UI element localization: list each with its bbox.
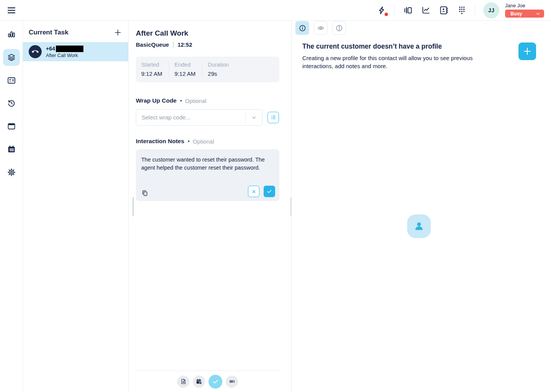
bar-chart-icon	[7, 30, 16, 39]
task-list-item[interactable]: +64 After Call Work	[23, 42, 128, 61]
tab-split-view[interactable]	[332, 21, 346, 35]
call-summary-card: Started 9:12 AM Ended 9:12 AM Duration 2…	[136, 57, 279, 82]
notes-optional-label: Optional	[193, 138, 214, 145]
after-call-work-panel: After Call Work BasicQueue | 12:52 Start…	[129, 21, 292, 392]
contact-card-icon	[7, 76, 16, 85]
check-icon	[266, 188, 272, 194]
document-icon	[180, 378, 187, 385]
schedule-callback-button[interactable]	[193, 376, 205, 388]
sidebar-item-settings[interactable]	[3, 164, 20, 181]
create-profile-button[interactable]	[518, 42, 536, 60]
side-panels-button[interactable]	[403, 5, 413, 15]
view-transcript-button[interactable]	[177, 376, 189, 388]
gear-icon	[7, 168, 16, 177]
queue-timer-divider: |	[173, 41, 174, 48]
profile-tabs	[295, 21, 551, 35]
stat-value: 9:12 AM	[141, 70, 162, 77]
layers-icon	[7, 53, 16, 62]
plus-icon	[522, 46, 532, 56]
plus-icon	[114, 28, 122, 37]
reject-notes-button[interactable]	[248, 186, 259, 197]
complete-task-button[interactable]	[209, 375, 222, 389]
no-profile-heading: The current customer doesn’t have a prof…	[302, 42, 483, 51]
sidebar-item-calendar[interactable]	[3, 141, 20, 158]
stat-value: 29s	[208, 70, 229, 77]
task-status-label: After Call Work	[46, 53, 83, 58]
metrics-button[interactable]	[421, 5, 431, 15]
stat-label: Ended	[174, 62, 196, 68]
acw-title: After Call Work	[136, 29, 279, 38]
status-dropdown[interactable]: Busy	[505, 10, 544, 18]
chevron-down-icon	[535, 11, 541, 16]
top-bar: JJ Jane Joe Busy	[0, 0, 551, 21]
stat-ended: Ended 9:12 AM	[169, 62, 202, 77]
wrap-up-code-label: Wrap Up Code	[136, 97, 177, 104]
wrap-code-placeholder: Select wrap code...	[142, 114, 191, 121]
tab-preview[interactable]	[314, 21, 328, 35]
wrap-code-select[interactable]: Select wrap code...	[136, 109, 262, 126]
panel-resize-handle[interactable]	[132, 197, 134, 216]
profile-placeholder	[407, 214, 431, 238]
side-panels-icon	[403, 5, 413, 15]
split-circle-icon	[335, 24, 343, 32]
sidebar-item-browser[interactable]	[3, 118, 20, 135]
line-chart-icon	[421, 5, 431, 15]
acw-timer: 12:52	[178, 41, 192, 48]
queue-name: BasicQueue	[136, 41, 169, 48]
stat-started: Started 9:12 AM	[136, 62, 169, 77]
chevron-down-icon	[251, 114, 258, 121]
stat-label: Duration	[208, 62, 229, 68]
task-avatar	[29, 45, 42, 58]
directory-button[interactable]	[439, 5, 449, 15]
quick-connects-button[interactable]	[377, 5, 386, 15]
avatar-initials: JJ	[488, 7, 495, 13]
status-label: Busy	[510, 11, 522, 16]
bullet-dot	[180, 100, 182, 101]
calendar-clock-icon	[196, 378, 202, 385]
person-icon	[412, 220, 425, 233]
interaction-notes-text: The customer wanted to reset their passw…	[141, 156, 274, 172]
accept-notes-button[interactable]	[264, 186, 275, 197]
copy-notes-button[interactable]	[141, 189, 148, 197]
wrap-code-list-button[interactable]	[267, 112, 279, 123]
topbar-divider	[395, 5, 395, 15]
tab-info[interactable]	[295, 21, 309, 35]
eye-icon	[317, 24, 325, 32]
sidebar-item-history[interactable]	[3, 95, 20, 112]
task-panel-title: Current Task	[29, 29, 68, 36]
browser-window-icon	[7, 122, 16, 131]
skip-icon	[229, 378, 235, 385]
stat-label: Started	[141, 62, 162, 68]
notification-dot	[385, 13, 388, 16]
address-book-icon	[439, 5, 449, 15]
history-icon	[7, 99, 16, 108]
sidebar-item-stats[interactable]	[3, 26, 20, 43]
hamburger-menu-button[interactable]	[6, 5, 17, 16]
wrap-up-optional-label: Optional	[185, 98, 207, 104]
dialpad-icon	[457, 5, 467, 15]
skip-button[interactable]	[226, 376, 238, 388]
info-icon	[298, 24, 306, 32]
stat-value: 9:12 AM	[174, 70, 196, 77]
bullet-dot	[188, 140, 189, 142]
no-profile-description: Creating a new profile for this contact …	[302, 54, 483, 70]
current-task-panel: Current Task +64 After Call Work	[23, 21, 129, 392]
hamburger-menu-icon	[6, 5, 17, 16]
interaction-notes-field[interactable]: The customer wanted to reset their passw…	[136, 149, 279, 201]
add-task-button[interactable]	[114, 28, 122, 37]
redacted-phone-number	[56, 46, 83, 52]
customer-profile-panel: The current customer doesn’t have a prof…	[292, 21, 551, 392]
sidebar-item-contacts[interactable]	[3, 72, 20, 89]
stat-duration: Duration 29s	[202, 62, 235, 77]
sidebar-item-tasks[interactable]	[3, 49, 20, 66]
acw-action-bar	[136, 371, 279, 392]
avatar: JJ	[483, 2, 499, 18]
dialpad-button[interactable]	[457, 5, 467, 15]
left-sidebar	[0, 21, 23, 392]
user-name: Jane Joe	[505, 3, 525, 8]
check-icon	[212, 378, 219, 385]
close-icon	[251, 189, 257, 194]
topbar-divider	[475, 5, 475, 15]
task-phone-prefix: +64	[46, 46, 55, 52]
interaction-notes-label: Interaction Notes	[136, 138, 184, 145]
